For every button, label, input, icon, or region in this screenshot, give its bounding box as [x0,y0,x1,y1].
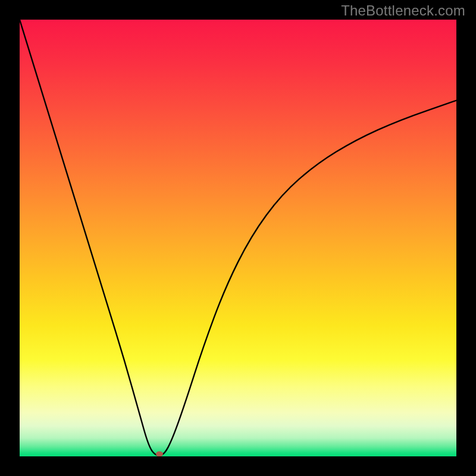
chart-frame: TheBottleneck.com [0,0,476,476]
plot-area [20,20,456,456]
watermark-text: TheBottleneck.com [341,2,465,19]
minimum-marker [156,452,163,456]
bottleneck-curve [20,20,456,456]
